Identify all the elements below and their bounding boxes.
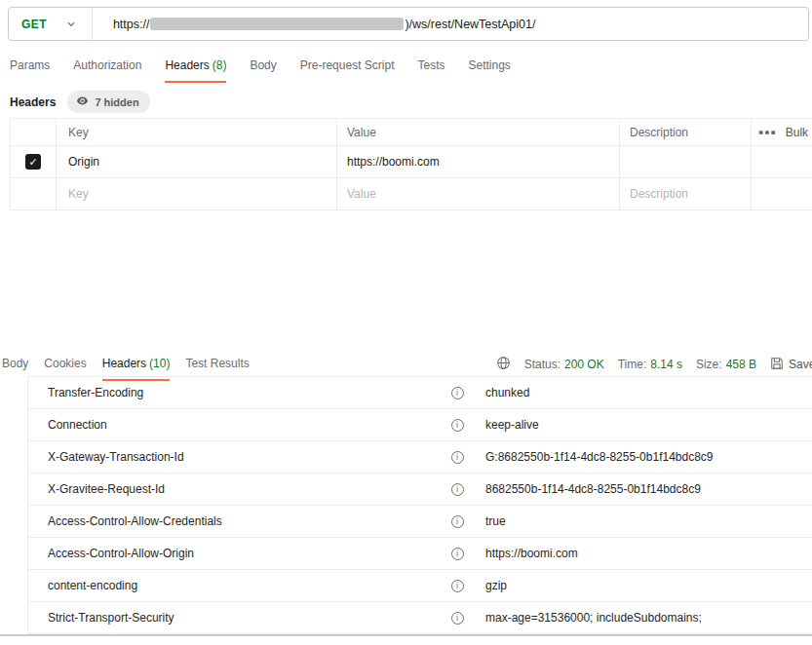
tab-tests[interactable]: Tests bbox=[417, 58, 445, 83]
row-actions bbox=[752, 178, 812, 209]
table-actions: ••• Bulk Edit bbox=[752, 119, 812, 145]
header-name: X-Gateway-Transaction-Id bbox=[28, 450, 438, 464]
column-header-description: Description bbox=[620, 119, 752, 145]
tab-label: Authorization bbox=[73, 58, 141, 72]
tab-label: Params bbox=[10, 58, 50, 72]
tab-settings[interactable]: Settings bbox=[469, 58, 511, 83]
info-icon[interactable]: i bbox=[438, 451, 477, 464]
tab-label: Body bbox=[250, 58, 276, 72]
response-header-row: X-Gravitee-Request-Id i 8682550b-1f14-4d… bbox=[28, 474, 812, 506]
response-header-row: X-Gateway-Transaction-Id i G:8682550b-1f… bbox=[28, 441, 812, 474]
tab-params[interactable]: Params bbox=[10, 58, 50, 83]
header-name: content-encoding bbox=[28, 579, 438, 592]
header-value: max-age=31536000; includeSubdomains; bbox=[477, 611, 812, 625]
save-response-button[interactable]: Save Response bbox=[770, 357, 812, 373]
info-icon[interactable]: i bbox=[438, 387, 477, 399]
hidden-headers-badge[interactable]: 7 hidden bbox=[67, 91, 149, 113]
status-label: Status: bbox=[524, 358, 561, 371]
time-label: Time: bbox=[618, 358, 647, 371]
value-cell-placeholder[interactable]: Value bbox=[337, 178, 620, 209]
info-icon[interactable]: i bbox=[438, 612, 477, 625]
response-header-row: Strict-Transport-Security i max-age=3153… bbox=[28, 602, 812, 634]
column-header-value: Value bbox=[337, 119, 620, 145]
time-value: 8.14 s bbox=[650, 358, 682, 371]
tab-label: Headers bbox=[102, 357, 146, 370]
response-header-row: Connection i keep-alive bbox=[28, 409, 812, 441]
column-header-key: Key bbox=[57, 119, 337, 145]
headers-panel-title: Headers bbox=[10, 95, 56, 109]
tab-label: Tests bbox=[417, 58, 445, 72]
row-checkbox-cell: ✓ bbox=[11, 146, 57, 177]
response-header-row: Access-Control-Allow-Credentials i true bbox=[28, 506, 812, 538]
url-prefix: https:// bbox=[113, 18, 150, 31]
size-value: 458 B bbox=[726, 358, 756, 371]
method-label: GET bbox=[21, 18, 47, 31]
description-cell[interactable] bbox=[620, 146, 752, 177]
header-value: chunked bbox=[477, 386, 812, 399]
method-selector[interactable]: GET bbox=[9, 8, 93, 40]
url-suffix: )/ws/rest/NewTestApi01/ bbox=[405, 18, 535, 31]
tab-label: Cookies bbox=[44, 357, 86, 370]
chevron-down-icon bbox=[66, 19, 76, 29]
info-icon[interactable]: i bbox=[438, 483, 477, 496]
header-value: keep-alive bbox=[477, 418, 812, 432]
header-value: https://boomi.com bbox=[477, 547, 812, 560]
row-actions bbox=[752, 146, 812, 177]
more-actions-icon[interactable]: ••• bbox=[758, 125, 777, 139]
description-cell-placeholder[interactable]: Description bbox=[620, 178, 752, 209]
header-name: Access-Control-Allow-Origin bbox=[28, 547, 438, 560]
url-redacted-segment bbox=[150, 18, 404, 30]
key-cell-placeholder[interactable]: Key bbox=[57, 178, 337, 209]
response-tab-body[interactable]: Body bbox=[2, 357, 28, 381]
eye-icon bbox=[76, 95, 89, 109]
header-value: G:8682550b-1f14-4dc8-8255-0b1f14bdc8c9 bbox=[477, 450, 812, 464]
tab-body[interactable]: Body bbox=[250, 58, 276, 83]
size-label: Size: bbox=[696, 358, 722, 371]
tab-headers[interactable]: Headers(8) bbox=[165, 58, 226, 83]
tab-authorization[interactable]: Authorization bbox=[73, 58, 141, 83]
save-response-label: Save Response bbox=[789, 358, 812, 371]
header-value: 8682550b-1f14-4dc8-8255-0b1f14bdc8c9 bbox=[477, 482, 812, 496]
info-icon[interactable]: i bbox=[438, 419, 477, 432]
tab-label: Headers bbox=[165, 58, 209, 72]
bulk-edit-button[interactable]: Bulk Edit bbox=[786, 126, 812, 139]
header-name: Transfer-Encoding bbox=[28, 386, 438, 399]
row-checkbox-cell bbox=[11, 178, 57, 209]
request-tabs: Params Authorization Headers(8) Body Pre… bbox=[10, 58, 511, 83]
request-headers-table: Key Value Description ••• Bulk Edit ✓ Or… bbox=[10, 118, 812, 210]
response-header-row: Access-Control-Allow-Origin i https://bo… bbox=[28, 538, 812, 570]
section-divider bbox=[0, 634, 812, 636]
tab-pre-request-script[interactable]: Pre-request Script bbox=[300, 58, 395, 83]
tab-label: Pre-request Script bbox=[300, 58, 395, 72]
header-name: Connection bbox=[28, 418, 438, 432]
size-indicator: Size: 458 B bbox=[696, 358, 756, 371]
info-icon[interactable]: i bbox=[438, 580, 477, 592]
table-row: ✓ Origin https://boomi.com bbox=[11, 146, 812, 178]
hidden-headers-count: 7 hidden bbox=[95, 96, 138, 108]
header-name: X-Gravitee-Request-Id bbox=[28, 482, 438, 496]
table-row-placeholder: Key Value Description bbox=[11, 178, 812, 210]
info-icon[interactable]: i bbox=[438, 515, 477, 528]
header-value: true bbox=[477, 514, 812, 528]
value-cell[interactable]: https://boomi.com bbox=[337, 146, 620, 177]
response-headers-table: Transfer-Encoding i chunked Connection i… bbox=[27, 376, 812, 634]
tab-count: (10) bbox=[149, 357, 170, 370]
network-icon[interactable] bbox=[496, 356, 511, 373]
row-checkbox[interactable]: ✓ bbox=[25, 154, 41, 170]
tab-label: Test Results bbox=[185, 357, 249, 370]
save-icon bbox=[770, 357, 784, 373]
tab-count: (8) bbox=[213, 58, 227, 72]
select-all-cell bbox=[11, 119, 57, 145]
info-icon[interactable]: i bbox=[438, 548, 477, 560]
response-header-row: Transfer-Encoding i chunked bbox=[28, 377, 812, 409]
header-name: Access-Control-Allow-Credentials bbox=[28, 514, 438, 528]
headers-panel-header: Headers 7 hidden bbox=[10, 91, 150, 113]
tab-label: Settings bbox=[469, 58, 511, 72]
time-indicator: Time: 8.14 s bbox=[618, 358, 682, 371]
header-name: Strict-Transport-Security bbox=[28, 611, 438, 625]
url-input[interactable]: https:// )/ws/rest/NewTestApi01/ bbox=[93, 18, 536, 31]
request-url-bar: GET https:// )/ws/rest/NewTestApi01/ bbox=[8, 7, 809, 41]
status-value: 200 OK bbox=[564, 358, 604, 371]
key-cell[interactable]: Origin bbox=[57, 146, 337, 177]
status-indicator: Status: 200 OK bbox=[524, 358, 604, 371]
